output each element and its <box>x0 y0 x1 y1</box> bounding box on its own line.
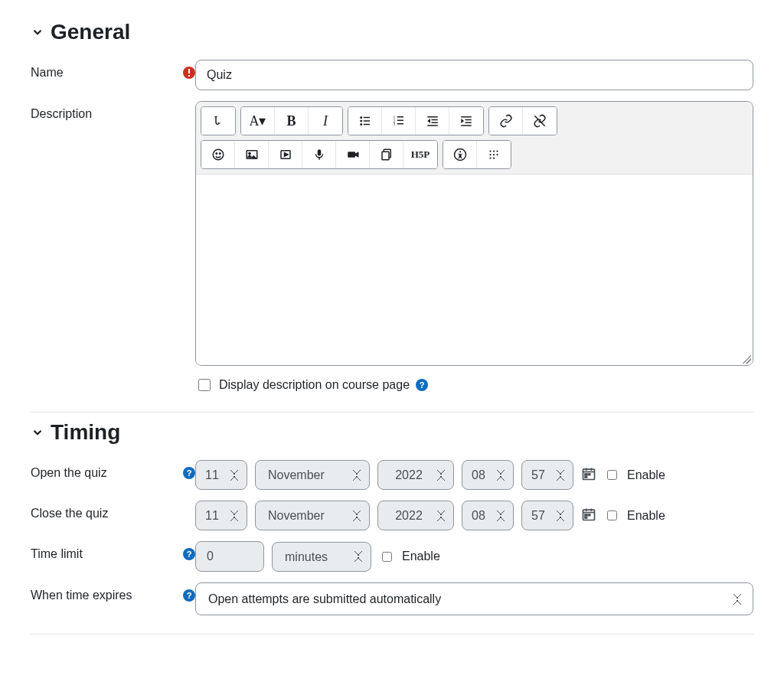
svg-point-5 <box>360 120 362 122</box>
name-input[interactable] <box>195 60 753 90</box>
svg-point-43 <box>496 150 498 152</box>
svg-point-41 <box>489 150 491 152</box>
h5p-icon[interactable]: H5P <box>403 141 437 168</box>
description-editor: A▾ B I 123 <box>195 101 753 366</box>
manage-files-icon[interactable] <box>370 141 403 168</box>
unlink-icon[interactable] <box>523 107 557 135</box>
help-icon[interactable]: ? <box>183 467 195 479</box>
help-icon[interactable]: ? <box>183 589 195 602</box>
close-year-select[interactable]: 2022 <box>377 501 454 530</box>
svg-rect-18 <box>427 125 438 126</box>
media-icon[interactable] <box>269 141 302 168</box>
svg-point-44 <box>489 154 491 155</box>
open-year-select[interactable]: 2022 <box>377 460 454 490</box>
open-month-select[interactable]: November <box>255 460 370 490</box>
numbered-list-icon[interactable]: 123 <box>382 107 416 135</box>
timelimit-enable-label: Enable <box>402 550 440 563</box>
timelimit-input[interactable] <box>195 541 264 572</box>
svg-point-46 <box>496 154 498 155</box>
svg-text:?: ? <box>187 591 192 600</box>
editor-toolbar: A▾ B I 123 <box>196 102 753 174</box>
svg-rect-21 <box>466 119 472 121</box>
svg-point-40 <box>459 151 460 152</box>
svg-rect-57 <box>585 474 587 475</box>
video-icon[interactable] <box>336 141 370 168</box>
italic-button[interactable]: I <box>309 107 342 135</box>
accessibility-checker-icon[interactable] <box>443 141 477 168</box>
svg-point-47 <box>489 157 491 158</box>
svg-point-26 <box>213 149 224 160</box>
section-title-timing: Timing <box>51 420 120 445</box>
display-description-checkbox[interactable] <box>198 379 211 391</box>
svg-text:3: 3 <box>393 122 395 126</box>
calendar-icon[interactable] <box>581 466 596 484</box>
section-divider <box>31 412 753 413</box>
svg-rect-22 <box>466 122 472 124</box>
svg-point-28 <box>219 153 220 155</box>
outdent-icon[interactable] <box>416 107 449 135</box>
svg-point-27 <box>216 153 217 155</box>
svg-rect-20 <box>461 116 472 118</box>
screenreader-helper-icon[interactable] <box>477 141 511 168</box>
description-textarea[interactable] <box>196 174 753 365</box>
display-description-label: Display description on course page <box>219 378 410 392</box>
svg-rect-38 <box>382 152 389 160</box>
chevron-down-icon <box>31 25 44 39</box>
close-enable-label: Enable <box>627 509 665 523</box>
close-enable-checkbox[interactable] <box>607 510 617 520</box>
svg-marker-36 <box>355 152 359 158</box>
timelimit-unit-select[interactable]: minutes <box>272 542 371 572</box>
svg-text:?: ? <box>420 380 425 390</box>
svg-rect-8 <box>363 124 369 126</box>
open-day-select[interactable]: 11 <box>195 460 247 490</box>
svg-point-42 <box>493 150 495 152</box>
link-icon[interactable] <box>489 107 523 135</box>
close-day-select[interactable]: 11 <box>195 501 247 530</box>
section-toggle-timing[interactable]: Timing <box>31 420 753 445</box>
chevron-down-icon <box>31 426 44 439</box>
open-minute-select[interactable]: 57 <box>521 460 573 490</box>
svg-point-45 <box>493 154 495 155</box>
svg-rect-59 <box>585 476 587 478</box>
section-toggle-general[interactable]: General <box>31 20 753 44</box>
name-label: Name <box>31 66 178 80</box>
indent-icon[interactable] <box>449 107 483 135</box>
section-title-general: General <box>51 20 130 44</box>
emoji-icon[interactable] <box>201 141 235 168</box>
image-icon[interactable] <box>235 141 269 168</box>
paragraph-style-button[interactable]: A▾ <box>241 107 275 135</box>
svg-rect-16 <box>431 119 437 121</box>
open-enable-checkbox[interactable] <box>607 470 617 480</box>
bullet-list-icon[interactable] <box>348 107 382 135</box>
svg-marker-32 <box>284 153 288 157</box>
svg-point-48 <box>493 157 495 158</box>
expires-select[interactable]: Open attempts are submitted automaticall… <box>195 582 753 615</box>
timelimit-enable-checkbox[interactable] <box>382 552 392 562</box>
open-hour-select[interactable]: 08 <box>462 460 514 490</box>
svg-rect-35 <box>348 152 355 158</box>
svg-rect-1 <box>188 69 190 73</box>
bold-button[interactable]: B <box>275 107 309 135</box>
svg-rect-58 <box>588 474 590 475</box>
svg-point-30 <box>248 152 250 154</box>
svg-text:?: ? <box>187 468 192 478</box>
svg-rect-14 <box>397 123 403 125</box>
svg-marker-24 <box>461 119 464 123</box>
help-icon[interactable]: ? <box>183 548 195 560</box>
close-month-select[interactable]: November <box>255 501 370 530</box>
svg-rect-65 <box>588 514 590 516</box>
svg-rect-15 <box>427 116 438 118</box>
help-icon[interactable]: ? <box>416 379 428 391</box>
microphone-icon[interactable] <box>302 141 336 168</box>
svg-point-7 <box>360 123 362 126</box>
description-label: Description <box>31 107 195 121</box>
svg-rect-12 <box>397 120 403 122</box>
svg-marker-19 <box>427 119 430 123</box>
toolbar-toggle-icon[interactable] <box>201 107 235 135</box>
svg-rect-64 <box>585 514 587 516</box>
calendar-icon[interactable] <box>581 507 596 525</box>
close-hour-select[interactable]: 08 <box>462 501 514 530</box>
close-minute-select[interactable]: 57 <box>521 501 573 530</box>
required-icon <box>183 67 195 79</box>
open-quiz-label: Open the quiz <box>31 466 178 480</box>
